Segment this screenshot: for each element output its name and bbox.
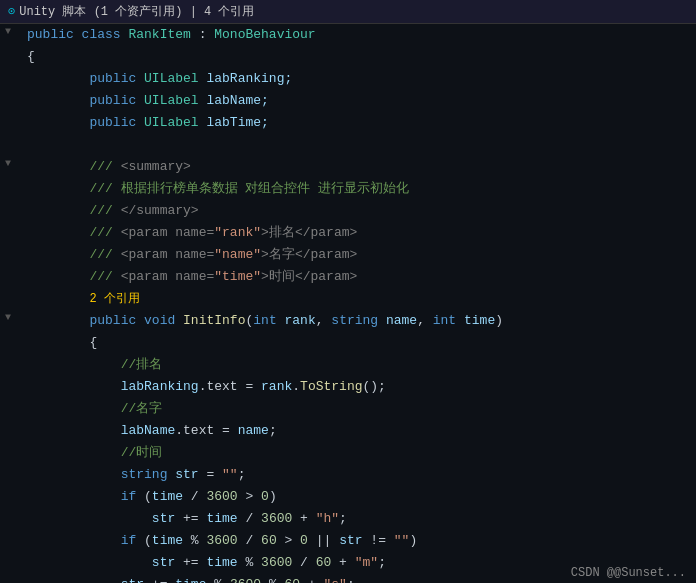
token: += <box>175 511 206 526</box>
token: "time" <box>214 269 261 284</box>
token: labName <box>121 423 176 438</box>
token: 3600 <box>206 489 237 504</box>
token: public <box>89 313 144 328</box>
token: str <box>339 533 362 548</box>
line-content: labName.text = name; <box>19 420 696 442</box>
token: int <box>253 313 284 328</box>
token: (); <box>363 379 386 394</box>
line-content: /// <param name="name">名字</param> <box>19 244 696 266</box>
token: >排名</param> <box>261 225 357 240</box>
token: /// 根据排行榜单条数据 对组合控件 进行显示初始化 <box>89 181 409 196</box>
line-content: public class RankItem : MonoBehaviour <box>19 24 696 46</box>
token: ; <box>238 467 246 482</box>
line-content: if (time / 3600 > 0) <box>19 486 696 508</box>
token: % <box>206 577 229 583</box>
line-content: { <box>19 46 696 68</box>
token: { <box>89 335 97 350</box>
token: ; <box>347 577 355 583</box>
token: / <box>238 533 261 548</box>
token: string <box>121 467 176 482</box>
token: <summary> <box>121 159 191 174</box>
token: ToString <box>300 379 362 394</box>
code-line: str += time / 3600 + "h"; <box>0 508 696 530</box>
token: , <box>417 313 433 328</box>
token: time <box>152 489 183 504</box>
fold-gutter[interactable]: ▼ <box>0 156 16 172</box>
line-content: //排名 <box>19 354 696 376</box>
code-line: /// <param name="rank">排名</param> <box>0 222 696 244</box>
token: % <box>238 555 261 570</box>
code-line: labName.text = name; <box>0 420 696 442</box>
token: name= <box>175 225 214 240</box>
token: rank <box>261 379 292 394</box>
token: name <box>238 423 269 438</box>
token: 3600 <box>261 555 292 570</box>
token: time <box>206 511 237 526</box>
code-line: ▼ public void InitInfo(int rank, string … <box>0 310 696 332</box>
line-content: public UILabel labName; <box>19 90 696 112</box>
token: >名字</param> <box>261 247 357 262</box>
line-content: /// <summary> <box>19 156 696 178</box>
token: int <box>433 313 464 328</box>
token: .text = <box>199 379 261 394</box>
fold-gutter[interactable]: ▼ <box>0 310 16 326</box>
code-line: 2 个引用 <box>0 288 696 310</box>
token: ) <box>495 313 503 328</box>
token: "rank" <box>214 225 261 240</box>
token: public <box>27 27 82 42</box>
token: <param <box>121 269 176 284</box>
code-line: if (time % 3600 / 60 > 0 || str != "") <box>0 530 696 552</box>
token: rank <box>285 313 316 328</box>
code-line: //排名 <box>0 354 696 376</box>
file-title: Unity 脚本 (1 个资产引用) | 4 个引用 <box>19 3 254 20</box>
token: <param <box>121 225 176 240</box>
token: /// <box>89 269 120 284</box>
code-line: //名字 <box>0 398 696 420</box>
code-line: ▼ /// <summary> <box>0 156 696 178</box>
line-content: str += time / 3600 + "h"; <box>19 508 696 530</box>
line-content: //名字 <box>19 398 696 420</box>
line-content: /// 根据排行榜单条数据 对组合控件 进行显示初始化 <box>19 178 696 200</box>
token: public <box>89 115 144 130</box>
token: = <box>199 467 222 482</box>
token: 0 <box>261 489 269 504</box>
token: ( <box>144 489 152 504</box>
token: 60 <box>261 533 277 548</box>
line-content: string str = ""; <box>19 464 696 486</box>
token: ; <box>339 511 347 526</box>
token: //排名 <box>121 357 163 372</box>
line-content: public UILabel labRanking; <box>19 68 696 90</box>
unity-icon: ⊙ <box>8 4 15 19</box>
code-line <box>0 134 696 156</box>
token: time <box>464 313 495 328</box>
fold-gutter[interactable]: ▼ <box>0 24 16 40</box>
line-content: public UILabel labTime; <box>19 112 696 134</box>
token: += <box>144 577 175 583</box>
token: % <box>261 577 284 583</box>
token: public <box>89 71 144 86</box>
token: labName; <box>199 93 269 108</box>
code-line: /// <param name="time">时间</param> <box>0 266 696 288</box>
token: /// <box>89 247 120 262</box>
token: public <box>89 93 144 108</box>
token: str <box>121 577 144 583</box>
line-content: { <box>19 332 696 354</box>
token: time <box>175 577 206 583</box>
token: { <box>27 49 35 64</box>
token: 2 个引用 <box>89 292 139 306</box>
token: name <box>386 313 417 328</box>
code-line: { <box>0 332 696 354</box>
token: <param <box>121 247 176 262</box>
token: : <box>191 27 214 42</box>
token: "m" <box>355 555 378 570</box>
token: InitInfo <box>183 313 245 328</box>
token: str <box>152 555 175 570</box>
token: str <box>175 467 198 482</box>
token: /// <box>89 159 120 174</box>
token: 60 <box>316 555 332 570</box>
line-content: /// </summary> <box>19 200 696 222</box>
code-editor: ⊙ Unity 脚本 (1 个资产引用) | 4 个引用 ▼public cla… <box>0 0 696 583</box>
token: name= <box>175 247 214 262</box>
token: //时间 <box>121 445 163 460</box>
code-body: ▼public class RankItem : MonoBehaviour{ … <box>0 24 696 583</box>
